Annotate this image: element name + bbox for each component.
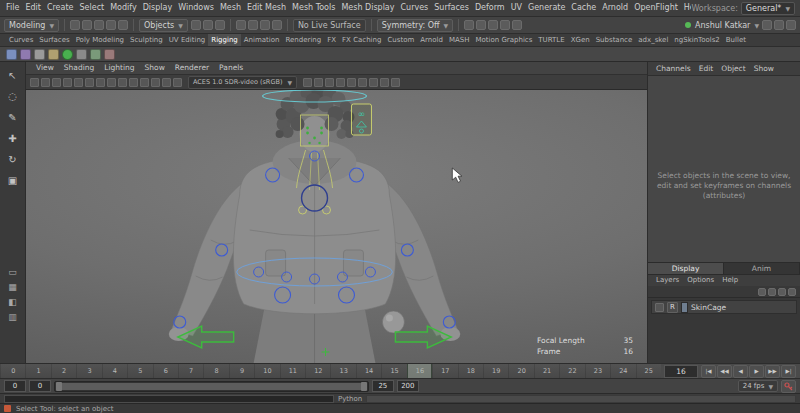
render-settings-icon[interactable] xyxy=(512,20,522,30)
camera-attributes-icon[interactable] xyxy=(52,78,61,87)
layer-display-type-toggle[interactable]: R xyxy=(667,302,678,313)
select-tool-icon[interactable]: ↖ xyxy=(4,66,22,84)
channel-box-menu-item[interactable]: Object xyxy=(718,62,748,75)
shelf-tab[interactable]: Substance xyxy=(593,34,636,46)
command-language-toggle[interactable]: Python xyxy=(338,395,362,403)
screen-space-ao-icon[interactable] xyxy=(325,78,334,87)
shelf-tab[interactable]: Surfaces xyxy=(36,34,72,46)
range-slider-bar[interactable] xyxy=(57,383,366,390)
step-back-frame-button[interactable]: ◀◀ xyxy=(717,365,732,378)
bookmarks-icon[interactable] xyxy=(63,78,72,87)
time-slider-track[interactable]: 0123456789101112131415161718192021222324… xyxy=(0,364,661,378)
shelf-tab[interactable]: ngSkinTools2 xyxy=(671,34,722,46)
pan-zoom-2d-icon[interactable] xyxy=(85,78,94,87)
menu-item[interactable]: Edit Mesh xyxy=(244,0,289,16)
menu-item[interactable]: Surfaces xyxy=(431,0,472,16)
shelf-tab[interactable]: Motion Graphics xyxy=(472,34,535,46)
layer-visibility-toggle[interactable] xyxy=(655,303,664,312)
rotate-tool-icon[interactable]: ↻ xyxy=(4,150,22,168)
shelf-tab[interactable]: Arnold xyxy=(417,34,446,46)
sidebar-tool-settings-icon[interactable] xyxy=(774,20,784,30)
shadows-icon[interactable] xyxy=(314,78,323,87)
animation-start-field[interactable] xyxy=(4,380,26,392)
user-account[interactable]: Anshul Katkar ▼ xyxy=(685,21,759,30)
layer-color-swatch[interactable] xyxy=(681,302,688,313)
go-to-end-button[interactable]: ▶| xyxy=(781,365,796,378)
command-result-field[interactable] xyxy=(366,395,796,403)
menu-item[interactable]: Generate xyxy=(525,0,568,16)
menu-set-dropdown[interactable]: Modeling ▼ xyxy=(4,19,59,32)
shelf-tab[interactable]: MASH xyxy=(446,34,473,46)
snap-point-icon[interactable] xyxy=(260,20,270,30)
paint-select-tool-icon[interactable]: ✎ xyxy=(4,108,22,126)
render-view-icon[interactable] xyxy=(476,20,486,30)
safe-action-icon[interactable] xyxy=(162,78,171,87)
menu-item[interactable]: Mesh xyxy=(217,0,244,16)
layout-split-left-icon[interactable]: ◧ xyxy=(4,295,22,308)
play-backward-button[interactable]: ◀ xyxy=(733,365,748,378)
shelf-tab[interactable]: Curves xyxy=(6,34,36,46)
lighting-icon[interactable] xyxy=(303,78,312,87)
image-plane-icon[interactable] xyxy=(74,78,83,87)
wireframe-on-shaded-icon[interactable] xyxy=(380,78,389,87)
layer-editor-menu-item[interactable]: Help xyxy=(719,275,741,286)
undo-icon[interactable] xyxy=(106,20,116,30)
layout-outliner-icon[interactable]: ▥ xyxy=(4,310,22,323)
symmetry-dropdown[interactable]: Symmetry: Off ▼ xyxy=(377,19,454,32)
move-tool-icon[interactable]: ✚ xyxy=(4,129,22,147)
current-frame-marker[interactable] xyxy=(407,364,432,378)
xray-icon[interactable] xyxy=(369,78,378,87)
character-mesh[interactable] xyxy=(169,116,461,363)
panel-menu-item[interactable]: View xyxy=(32,62,58,74)
menu-item[interactable]: Deform xyxy=(472,0,508,16)
menu-item[interactable]: Select xyxy=(76,0,107,16)
fps-dropdown[interactable]: 24 fps ▼ xyxy=(738,380,778,392)
layer-editor-menu-item[interactable]: Layers xyxy=(653,275,682,286)
lock-camera-icon[interactable] xyxy=(41,78,50,87)
layer-row[interactable]: R SkinCage xyxy=(651,300,797,314)
menu-item[interactable]: UV xyxy=(508,0,525,16)
layout-four-pane-icon[interactable]: ▦ xyxy=(4,280,22,293)
layout-single-pane-icon[interactable]: ▭ xyxy=(4,265,22,278)
select-camera-icon[interactable] xyxy=(30,78,39,87)
current-time-field[interactable] xyxy=(664,365,698,378)
shelf-paint-weights-icon[interactable] xyxy=(48,49,59,60)
menu-item[interactable]: Modify xyxy=(107,0,140,16)
lasso-tool-icon[interactable]: ◌ xyxy=(4,87,22,105)
menu-item[interactable]: Mesh Display xyxy=(338,0,397,16)
motion-blur-icon[interactable] xyxy=(336,78,345,87)
shelf-tab[interactable]: FX Caching xyxy=(339,34,384,46)
colorspace-dropdown[interactable]: ACES 1.0 SDR-video (sRGB) ▼ xyxy=(188,76,297,89)
redo-icon[interactable] xyxy=(118,20,128,30)
go-to-start-button[interactable]: |◀ xyxy=(701,365,716,378)
panel-menu-item[interactable]: Renderer xyxy=(171,62,213,74)
safe-title-icon[interactable] xyxy=(173,78,182,87)
menu-item[interactable]: Windows xyxy=(175,0,217,16)
shelf-edit-membership-icon[interactable] xyxy=(76,49,87,60)
menu-item[interactable]: Mesh Tools xyxy=(289,0,338,16)
panel-menu-item[interactable]: Shading xyxy=(60,62,98,74)
playback-end-field[interactable] xyxy=(372,380,394,392)
shelf-tab[interactable]: Sculpting xyxy=(127,34,166,46)
layer-editor-menu-item[interactable]: Options xyxy=(684,275,717,286)
animation-end-field[interactable] xyxy=(397,380,419,392)
scale-tool-icon[interactable]: ▣ xyxy=(4,171,22,189)
step-forward-frame-button[interactable]: ▶▶ xyxy=(765,365,780,378)
menu-item[interactable]: Cache xyxy=(568,0,599,16)
channel-box-list[interactable]: Select objects in the scene to view, edi… xyxy=(648,76,800,262)
move-layer-up-icon[interactable] xyxy=(758,288,766,296)
menu-item[interactable]: OpenFlight xyxy=(631,0,681,16)
auto-keyframe-button[interactable] xyxy=(781,380,796,393)
viewport-canvas[interactable]: ∞ xyxy=(26,90,647,363)
shelf-tab[interactable]: Animation xyxy=(241,34,283,46)
select-hierarchy-icon[interactable] xyxy=(191,20,201,30)
shelf-ik-handle-icon[interactable] xyxy=(20,49,31,60)
shelf-tab[interactable]: Rendering xyxy=(283,34,325,46)
sidebar-attribute-editor-icon[interactable] xyxy=(762,20,772,30)
panel-menu-item[interactable]: Panels xyxy=(215,62,247,74)
shelf-copy-weights-icon[interactable] xyxy=(90,49,101,60)
render-frame-icon[interactable] xyxy=(488,20,498,30)
channel-box-menu-item[interactable]: Channels xyxy=(653,62,694,75)
anti-aliasing-icon[interactable] xyxy=(347,78,356,87)
new-empty-layer-icon[interactable] xyxy=(778,288,786,296)
